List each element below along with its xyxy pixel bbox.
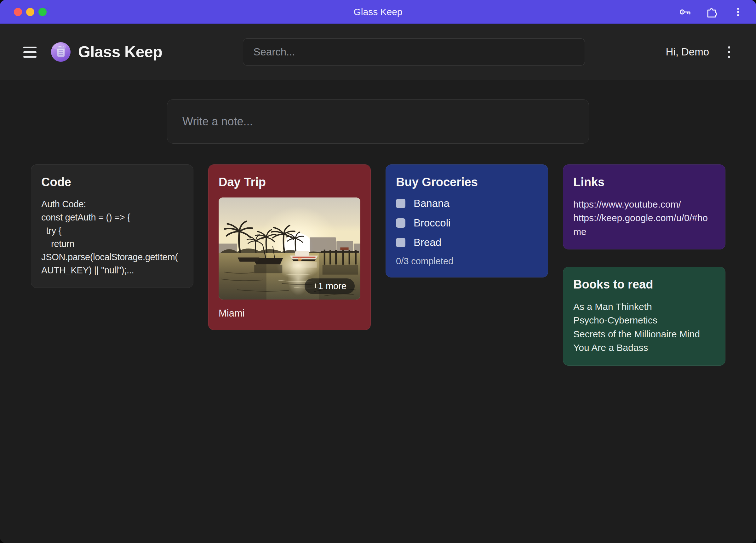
note-body: https://www.youtube.com/ https://keep.go…	[573, 197, 715, 239]
app-logo-notepad-icon	[51, 42, 71, 62]
notes-board: Code Auth Code: const getAuth = () => { …	[0, 99, 756, 366]
checklist-item-label: Banana	[414, 197, 450, 209]
hamburger-menu-icon[interactable]	[23, 47, 37, 58]
note-card-buy-groceries[interactable]: Buy Groceries Banana Broccoli Bread 0/3 …	[386, 164, 548, 277]
password-key-icon[interactable]	[677, 3, 694, 20]
user-greeting: Hi, Demo	[666, 46, 709, 58]
checkbox-unchecked[interactable]	[396, 218, 405, 228]
note-card-code[interactable]: Code Auth Code: const getAuth = () => { …	[31, 164, 193, 288]
note-card-links[interactable]: Links https://www.youtube.com/ https://k…	[563, 164, 725, 249]
note-body: Auth Code: const getAuth = () => { try {…	[41, 197, 183, 277]
note-image-miami-sunset: +1 more	[219, 197, 360, 300]
note-title: Books to read	[573, 278, 715, 292]
checkbox-unchecked[interactable]	[396, 199, 405, 208]
note-card-day-trip[interactable]: Day Trip	[208, 164, 371, 330]
note-card-books-to-read[interactable]: Books to read As a Man Thinketh Psycho-C…	[563, 267, 725, 366]
checklist-item: Banana	[396, 197, 538, 209]
header-menu-icon[interactable]	[725, 44, 733, 60]
app-title: Glass Keep	[78, 43, 162, 61]
browser-menu-icon[interactable]	[730, 3, 747, 20]
traffic-lights	[14, 8, 47, 16]
note-title: Day Trip	[219, 175, 360, 189]
checklist-item-label: Broccoli	[414, 217, 450, 229]
app-header: Glass Keep Hi, Demo	[0, 24, 756, 80]
close-window-button[interactable]	[14, 8, 22, 16]
note-body: Miami	[219, 308, 360, 319]
search-input[interactable]	[243, 38, 585, 66]
extensions-icon[interactable]	[703, 3, 720, 20]
note-title: Links	[573, 175, 715, 189]
checklist-progress: 0/3 completed	[396, 256, 538, 266]
checklist-item-label: Bread	[414, 237, 441, 249]
note-body: As a Man Thinketh Psycho-Cybernetics Sec…	[573, 300, 715, 355]
browser-window: Glass Keep	[0, 0, 756, 543]
window-title: Glass Keep	[0, 7, 756, 17]
more-images-badge: +1 more	[305, 278, 355, 294]
zoom-window-button[interactable]	[38, 8, 47, 16]
checklist-item: Broccoli	[396, 217, 538, 229]
new-note-input[interactable]	[167, 99, 589, 144]
minimize-window-button[interactable]	[26, 8, 34, 16]
note-title: Code	[41, 175, 183, 189]
browser-titlebar: Glass Keep	[0, 0, 756, 24]
note-title: Buy Groceries	[396, 175, 538, 189]
checklist-item: Bread	[396, 237, 538, 249]
checkbox-unchecked[interactable]	[396, 238, 405, 247]
